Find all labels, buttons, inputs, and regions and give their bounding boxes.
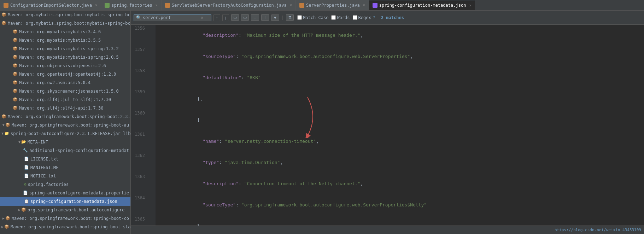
sidebar-item-metainf[interactable]: ▼ 📂 META-INF — [0, 138, 130, 146]
prop-icon: 📄 — [23, 189, 28, 197]
sidebar-item-maven11[interactable]: 📦 Maven: org.slf4j:jul-to-slf4j:1.7.30 — [0, 95, 130, 104]
sidebar-item-maven9[interactable]: 📦 Maven: org.ow2.asm:asm:5.0.4 — [0, 78, 130, 87]
sidebar-item-jar[interactable]: ▼ 📁 spring-boot-autoconfigure-2.3.1.RELE… — [0, 129, 130, 138]
find-multiline-button[interactable]: ⋮ — [251, 14, 259, 21]
factories-icon: ⚙️ — [24, 181, 27, 188]
code-line: "name": "server.netty.connection-timeout… — [156, 131, 319, 152]
line-number: 1360 — [131, 110, 148, 131]
sidebar-item-maven4[interactable]: 📦 Maven: org.mybatis:mybatis:3.5.5 — [0, 36, 130, 45]
sidebar-item-maven3[interactable]: 📦 Maven: org.mybatis:mybatis:3.4.6 — [0, 28, 130, 36]
sidebar-item-maven5[interactable]: 📦 Maven: org.mybatis:mybatis-spring:1.3.… — [0, 45, 130, 53]
status-url[interactable]: https://blog.csdn.net/weixin_43453109 — [555, 228, 641, 232]
sidebar-item-notice[interactable]: 📄 NOTICE.txt — [0, 172, 130, 180]
sidebar-item-label: Maven: org.mybatis.spring.boot:mybatis-s… — [8, 11, 130, 18]
tab-spring-factories[interactable]: spring.factories × — [101, 0, 162, 10]
sidebar-item-maven8[interactable]: 📦 Maven: org.opentest4j:opentest4j:1.2.0 — [0, 70, 130, 78]
find-option-button[interactable]: ⊤ — [261, 14, 269, 21]
sidebar-item-license[interactable]: 📄 LICENSE.txt — [0, 155, 130, 163]
sidebar-item-label: Maven: org.mybatis:mybatis:3.4.6 — [19, 28, 101, 35]
sidebar-item-manifest[interactable]: 📄 MANIFEST.MF — [0, 163, 130, 172]
regex-text: Regex — [358, 15, 371, 20]
tab-label: ServerProperties.java — [306, 3, 360, 8]
sidebar-item-maven6[interactable]: 📦 Maven: org.mybatis:mybatis-spring:2.0.… — [0, 53, 130, 62]
sidebar-item-label: Maven: org.opentest4j:opentest4j:1.2.0 — [19, 71, 116, 78]
library-icon: 📦 — [4, 223, 9, 230]
words-checkbox[interactable] — [331, 15, 336, 20]
line-number: 1357 — [131, 46, 148, 67]
sidebar-item-maven16[interactable]: ▶ 📦 Maven: org.springframework.boot:spri… — [0, 223, 130, 231]
tab-close-icon[interactable]: × — [95, 3, 97, 7]
sidebar-item-maven15[interactable]: ▶ 📦 Maven: org.springframework.boot:spri… — [0, 214, 130, 223]
tab-label: spring-configuration-metadata.json — [379, 3, 466, 8]
sidebar-item-label: Maven: org.mybatis.spring.boot:mybatis-s… — [8, 20, 130, 27]
code-editor[interactable]: 1356 "description": "Maximum size of the… — [131, 25, 644, 226]
gutter — [148, 173, 156, 194]
search-prev-button[interactable]: ↑ — [213, 14, 220, 21]
tab-close-icon[interactable]: × — [363, 3, 365, 7]
sidebar-item-maven7[interactable]: 📦 Maven: org.objenesis:objenesis:2.6 — [0, 62, 130, 70]
code-line: "type": "java.time.Duration", — [156, 152, 283, 173]
tab-serverproperties[interactable]: ServerProperties.java × — [296, 0, 369, 10]
gutter — [148, 216, 156, 226]
sidebar-item-metadata-json[interactable]: 📋 spring-configuration-metadata.json — [0, 197, 130, 206]
sidebar-item-additional[interactable]: 🔧 additional-spring-configuration-metada… — [0, 146, 130, 155]
code-line: }, — [156, 216, 203, 226]
tab-servletfactory[interactable]: ServletWebServerFactoryAutoConfiguration… — [162, 0, 296, 10]
expand-arrow: ▼ — [1, 130, 4, 137]
sidebar-item-label: additional-spring-configuration-metadat — [29, 147, 129, 154]
words-label[interactable]: Words — [331, 15, 350, 20]
tab-close-icon[interactable]: × — [469, 4, 471, 7]
match-case-label[interactable]: Match Case — [297, 15, 328, 20]
tab-close-icon[interactable]: × — [156, 3, 158, 7]
find-filter-button[interactable]: ▼ — [271, 14, 279, 21]
code-line: "sourceType": "org.springframework.boot.… — [156, 194, 427, 216]
code-row-1356: 1356 "description": "Maximum size of the… — [131, 25, 644, 46]
library-icon: 📦 — [13, 54, 18, 61]
regex-help-icon[interactable]: ? — [373, 15, 375, 20]
tab-bar: ConfigurationImportSelector.java × sprin… — [0, 0, 644, 11]
tab-label: spring.factories — [111, 3, 152, 8]
sidebar-item-label: Maven: org.skyscreamer:jsonassert:1.5.0 — [19, 88, 119, 95]
sidebar-item-label: MANIFEST.MF — [30, 164, 58, 171]
find-word-end-button[interactable]: ▭ — [241, 14, 249, 21]
sidebar-item-maven12[interactable]: 📦 Maven: org.slf4j:slf4j-api:1.7.30 — [0, 104, 130, 112]
json-icon — [373, 3, 377, 8]
expand-arrow: ▶ — [18, 206, 21, 213]
search-input[interactable] — [143, 15, 199, 20]
sidebar-item-maven14[interactable]: ▼ 📦 Maven: org.springframework.boot:spri… — [0, 121, 130, 129]
tab-configurationselector[interactable]: ConfigurationImportSelector.java × — [0, 0, 101, 10]
sidebar-item-maven2[interactable]: 📦 Maven: org.mybatis.spring.boot:mybatis… — [0, 19, 130, 28]
library-icon: 📦 — [13, 105, 18, 112]
match-case-checkbox[interactable] — [297, 15, 302, 20]
sidebar-item-maven10[interactable]: 📦 Maven: org.skyscreamer:jsonassert:1.5.… — [0, 87, 130, 95]
library-icon: 📦 — [1, 113, 6, 120]
find-word-start-button[interactable]: ▭ — [231, 14, 239, 21]
sidebar-item-factories[interactable]: ⚙️ spring.factories — [0, 180, 130, 189]
gutter — [148, 152, 156, 173]
line-number: 1356 — [131, 25, 148, 46]
library-icon: 📦 — [13, 79, 18, 86]
factories-icon — [105, 3, 110, 8]
regex-label[interactable]: Regex ? — [353, 15, 375, 20]
code-row-1365: 1365 }, — [131, 216, 644, 226]
sidebar-item-maven1[interactable]: 📦 Maven: org.mybatis.spring.boot:mybatis… — [0, 11, 130, 19]
folder-icon: 📂 — [21, 139, 26, 146]
tab-close-icon[interactable]: × — [290, 3, 292, 7]
sidebar-item-boot-autoconfigure-pkg[interactable]: ▶ 📦 org.springframework.boot.autoconfigu… — [0, 206, 130, 214]
code-line: { — [156, 110, 200, 131]
java-icon — [299, 3, 304, 8]
search-bar: 🔍 × ↑ ↓ ▭ ▭ ⋮ ⊤ ▼ | ⚗ Match Case — [131, 11, 644, 25]
sidebar-item-autoconfigure-props[interactable]: 📄 spring-autoconfigure-metadata.properti… — [0, 189, 130, 197]
search-filter-button[interactable]: ⚗ — [286, 14, 294, 21]
library-icon: 📦 — [13, 37, 18, 44]
code-row-1358: 1358 "defaultValue": "8KB" — [131, 67, 644, 88]
search-input-container[interactable]: 🔍 × — [134, 14, 211, 21]
txt-icon: 📄 — [24, 172, 29, 180]
regex-checkbox[interactable] — [353, 15, 357, 20]
tab-metadata-json[interactable]: spring-configuration-metadata.json × — [369, 0, 475, 10]
gutter — [148, 46, 156, 67]
clear-search-icon[interactable]: × — [201, 15, 203, 20]
sidebar-item-maven13[interactable]: 📦 Maven: org.springframework.boot:spring… — [0, 112, 130, 121]
mf-icon: 📄 — [24, 164, 29, 171]
search-next-button[interactable]: ↓ — [222, 14, 229, 21]
